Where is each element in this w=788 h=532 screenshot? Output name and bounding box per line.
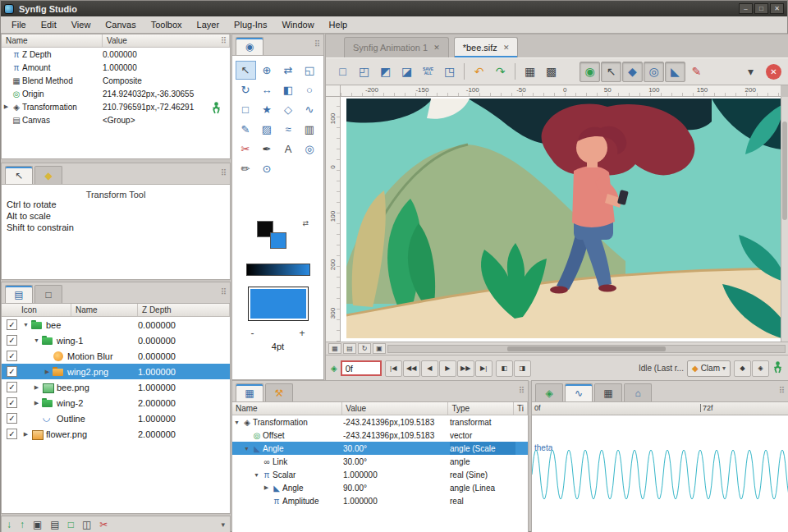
- layer-row[interactable]: ✓ ▶ bee.png 1.000000: [2, 379, 230, 395]
- toggle-keyframe-button[interactable]: ◉: [580, 62, 600, 82]
- pen-mode-button[interactable]: ✎: [686, 62, 707, 82]
- layer-name[interactable]: wing-1: [55, 336, 138, 346]
- rectangle-tool-button[interactable]: □: [236, 100, 256, 119]
- layer-visibility-checkbox[interactable]: ✓: [7, 366, 17, 377]
- param-row[interactable]: ▶ ◈ Transformation 210.796591px,-72.4629…: [2, 100, 230, 113]
- layer-zdepth[interactable]: 2.000000: [138, 398, 230, 408]
- background-render-button[interactable]: ◆: [734, 360, 751, 377]
- expander-icon[interactable]: ▼: [252, 472, 261, 478]
- tab-last-tool-options[interactable]: ◆: [34, 166, 62, 184]
- layer-zdepth[interactable]: 1.000000: [138, 414, 230, 424]
- open-doc-button[interactable]: ◰: [354, 62, 374, 82]
- brush-size-value[interactable]: 4pt: [232, 342, 323, 351]
- expander-icon[interactable]: ▶: [32, 384, 41, 391]
- param-row[interactable]: ▦ Blend Method Composite: [2, 74, 230, 87]
- param-row[interactable]: ▶ ◣ Angle 90.00° angle (Linea: [232, 481, 528, 494]
- low-res-button[interactable]: ▣: [373, 343, 386, 354]
- tab-bee-sifz[interactable]: *bee.sifz ✕: [454, 37, 519, 57]
- param-row[interactable]: ▼ ◣ Angle 30.00° angle (Scale: [232, 442, 528, 455]
- circle-tool-button[interactable]: ○: [300, 80, 320, 99]
- layer-zdepth[interactable]: 0.000000: [138, 351, 230, 361]
- param-row[interactable]: ◎ Origin 214.924032px,-36.30655: [2, 87, 230, 100]
- smooth-move-tool-button[interactable]: ⊕: [257, 61, 277, 80]
- brush-preview[interactable]: [248, 287, 309, 321]
- toolbar-overflow-button[interactable]: ▾: [740, 62, 761, 82]
- new-layer-button[interactable]: □: [68, 519, 74, 530]
- scale-tool-button[interactable]: ◱: [300, 61, 320, 80]
- layer-zdepth[interactable]: 1.000000: [138, 367, 230, 377]
- layer-visibility-checkbox[interactable]: ✓: [7, 429, 17, 439]
- param-value[interactable]: -243.241396px,109.5183: [343, 431, 450, 440]
- swap-colors-icon[interactable]: ⇄: [302, 219, 309, 227]
- tab-parameters[interactable]: ▦: [236, 383, 263, 401]
- layer-name[interactable]: bee: [44, 320, 138, 330]
- lower-layer-button[interactable]: ↓: [7, 519, 11, 530]
- param-value[interactable]: -243.241396px,109.5183: [343, 418, 450, 427]
- param-value[interactable]: 1.000000: [103, 63, 230, 72]
- duplicate-layer-button[interactable]: ◫: [82, 519, 91, 530]
- layer-zdepth[interactable]: 1.000000: [138, 383, 230, 392]
- tab-navigator[interactable]: ⌂: [624, 383, 652, 401]
- curves-plot[interactable]: theta: [532, 415, 788, 532]
- brush-tool-button[interactable]: ▨: [257, 120, 277, 139]
- toggle-vertex-button[interactable]: ◆: [622, 62, 643, 82]
- layer-zdepth[interactable]: 0.000000: [138, 320, 230, 330]
- mirror-tool-button[interactable]: ⇄: [278, 61, 299, 80]
- tab-sets[interactable]: □: [34, 285, 62, 303]
- layer-zdepth[interactable]: 2.000000: [138, 429, 230, 439]
- transform-tool-button[interactable]: ↖: [236, 61, 256, 80]
- tab-close-icon[interactable]: ✕: [503, 44, 510, 52]
- sketch-tool-button[interactable]: ≈: [278, 120, 299, 139]
- close-button[interactable]: ✕: [770, 3, 784, 14]
- panel-grip-icon[interactable]: ⠿: [221, 168, 227, 177]
- layer-row[interactable]: ✓ Motion Blur 0.000000: [2, 348, 230, 364]
- new-doc-button[interactable]: □: [332, 62, 353, 82]
- default-interpolation-button[interactable]: ◆ Clam ▾: [687, 360, 731, 377]
- layer-row[interactable]: ✓ ▶ flower.png 2.000000: [2, 426, 230, 442]
- group-layers-button[interactable]: ▣: [33, 519, 42, 530]
- gradient-tool-button[interactable]: ▥: [300, 120, 320, 139]
- star-tool-button[interactable]: ★: [257, 100, 277, 119]
- zoom-tool-button[interactable]: ⊙: [257, 159, 277, 178]
- expander-icon[interactable]: ▼: [21, 322, 30, 328]
- param-value[interactable]: 1.000000: [343, 470, 450, 479]
- panel-grip-icon[interactable]: ⠿: [221, 287, 227, 296]
- size-increase-button[interactable]: +: [299, 328, 305, 339]
- seek-begin-button[interactable]: |◀: [385, 360, 402, 377]
- tab-tool-options-2[interactable]: ⚒: [265, 383, 293, 401]
- lock-future-keyframe-button[interactable]: ◨: [514, 360, 531, 377]
- toggle-position-button[interactable]: ◎: [644, 62, 664, 82]
- param-value[interactable]: 30.00°: [343, 457, 450, 466]
- save-all-button[interactable]: SAVE ALL: [418, 62, 438, 82]
- tab-timetrack[interactable]: ◈: [535, 383, 563, 401]
- layer-visibility-checkbox[interactable]: ✓: [7, 335, 17, 346]
- save-as-button[interactable]: ◪: [396, 62, 417, 82]
- seek-end-button[interactable]: ▶|: [475, 360, 492, 377]
- cut-layer-button[interactable]: ✂: [99, 519, 108, 530]
- layer-row[interactable]: ✓ ▼ wing-1 0.000000: [2, 332, 230, 348]
- param-value[interactable]: 30.00°: [343, 444, 450, 453]
- walk-mode-icon[interactable]: [772, 361, 783, 375]
- scrollbar-thumb[interactable]: [507, 346, 666, 351]
- fill-tool-button[interactable]: ◧: [278, 80, 299, 99]
- expander-icon[interactable]: ▼: [232, 420, 241, 425]
- layers-toolbar-overflow[interactable]: ▾: [221, 521, 225, 529]
- toggle-handles-button[interactable]: ↖: [601, 62, 621, 82]
- expander-icon[interactable]: ▶: [21, 431, 30, 438]
- param-value[interactable]: 1.000000: [343, 497, 450, 506]
- tab-curves[interactable]: ∿: [565, 383, 593, 401]
- layer-visibility-checkbox[interactable]: ✓: [7, 351, 17, 361]
- expander-icon[interactable]: ▶: [32, 400, 41, 406]
- layer-row[interactable]: ✓ ▶ wing2.png 1.000000: [2, 364, 230, 379]
- ungroup-layers-button[interactable]: ▤: [50, 519, 59, 530]
- param-value[interactable]: 214.924032px,-36.30655: [103, 89, 230, 99]
- canvas-horizontal-scrollbar[interactable]: [387, 345, 786, 353]
- text-tool-button[interactable]: A: [278, 140, 299, 158]
- pencil-tool-button[interactable]: ✏: [236, 159, 256, 178]
- layer-visibility-checkbox[interactable]: ✓: [7, 397, 17, 408]
- size-decrease-button[interactable]: -: [251, 328, 254, 339]
- param-row[interactable]: ▼ π Scalar 1.000000 real (Sine): [232, 468, 528, 481]
- animate-mode-icon[interactable]: [211, 102, 222, 117]
- param-row[interactable]: π Amplitude 1.000000 real: [232, 494, 528, 507]
- expander-icon[interactable]: ▶: [262, 484, 271, 491]
